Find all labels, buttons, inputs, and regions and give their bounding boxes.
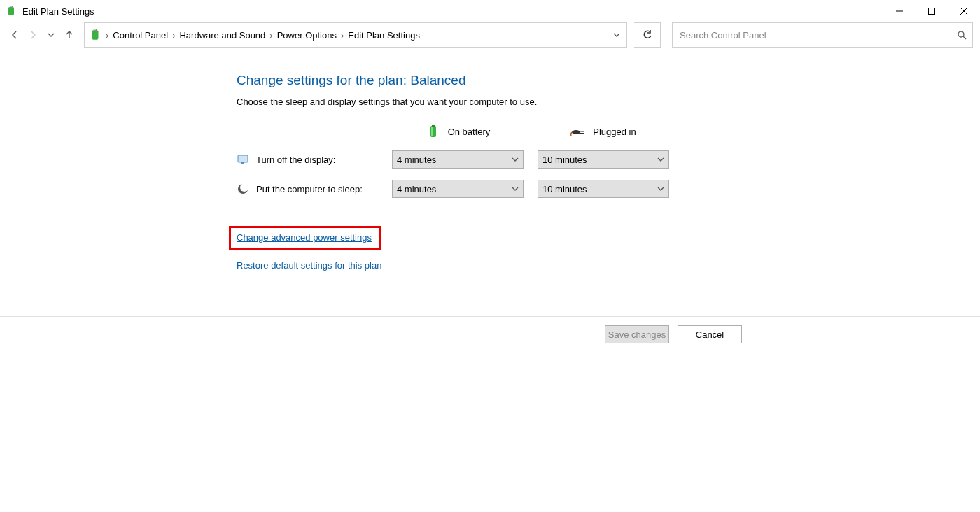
display-plugged-dropdown[interactable]: 10 minutes: [538, 150, 669, 169]
breadcrumb-item[interactable]: Edit Plan Settings: [345, 30, 423, 41]
address-dropdown-button[interactable]: [607, 23, 626, 47]
svg-rect-7: [92, 30, 99, 40]
chevron-right-icon: ›: [268, 30, 274, 41]
dropdown-value: 10 minutes: [542, 184, 587, 194]
svg-rect-17: [579, 133, 584, 134]
svg-rect-0: [8, 7, 14, 15]
main-content: Change settings for the plan: Balanced C…: [0, 48, 980, 271]
on-battery-label: On battery: [448, 127, 491, 137]
close-button[interactable]: [948, 0, 980, 22]
highlight-annotation: Change advanced power settings: [229, 226, 381, 250]
search-box[interactable]: [672, 22, 973, 48]
button-label: Cancel: [696, 329, 724, 340]
dropdown-value: 10 minutes: [542, 155, 587, 165]
svg-rect-4: [929, 8, 935, 15]
search-input[interactable]: [678, 29, 957, 41]
save-changes-button[interactable]: Save changes: [605, 325, 669, 343]
column-headers: On battery Plugged in: [237, 124, 980, 139]
chevron-down-icon: [512, 185, 519, 192]
cancel-button[interactable]: Cancel: [678, 325, 742, 343]
breadcrumb-item[interactable]: Hardware and Sound: [176, 30, 268, 41]
row-label: Turn off the display:: [256, 155, 335, 165]
setting-row-display: Turn off the display: 4 minutes 10 minut…: [237, 150, 980, 169]
chevron-right-icon: ›: [171, 30, 176, 41]
display-battery-dropdown[interactable]: 4 minutes: [392, 150, 524, 169]
page-subtitle: Choose the sleep and display settings th…: [237, 97, 980, 107]
chevron-down-icon: [657, 185, 664, 192]
footer: Save changes Cancel: [0, 316, 980, 352]
up-button[interactable]: [62, 27, 77, 43]
titlebar: Edit Plan Settings: [0, 0, 980, 22]
chevron-down-icon: [657, 156, 664, 163]
breadcrumb-item[interactable]: Control Panel: [110, 30, 171, 41]
recent-locations-button[interactable]: [43, 27, 59, 43]
dropdown-value: 4 minutes: [397, 184, 436, 194]
window-title: Edit Plan Settings: [22, 6, 94, 17]
restore-defaults-link[interactable]: Restore default settings for this plan: [237, 260, 382, 271]
svg-rect-13: [432, 125, 435, 127]
sleep-battery-dropdown[interactable]: 4 minutes: [392, 180, 524, 198]
refresh-button[interactable]: [634, 22, 661, 48]
dropdown-value: 4 minutes: [397, 155, 436, 165]
address-bar[interactable]: › Control Panel › Hardware and Sound › P…: [84, 22, 627, 48]
chevron-down-icon: [512, 156, 519, 163]
display-icon: [237, 153, 249, 166]
setting-row-sleep: Put the computer to sleep: 4 minutes 10 …: [237, 180, 980, 198]
plugged-in-label: Plugged in: [593, 127, 636, 137]
chevron-right-icon: ›: [340, 30, 345, 41]
sleep-plugged-dropdown[interactable]: 10 minutes: [538, 180, 669, 198]
page-title: Change settings for the plan: Balanced: [237, 73, 980, 88]
button-label: Save changes: [608, 329, 666, 340]
svg-rect-9: [96, 29, 97, 31]
svg-rect-16: [579, 131, 584, 132]
svg-rect-1: [10, 6, 11, 8]
battery-icon: [426, 124, 441, 139]
svg-rect-19: [241, 162, 244, 164]
svg-point-10: [958, 31, 964, 37]
power-options-icon: [6, 6, 17, 17]
minimize-button[interactable]: [883, 0, 916, 22]
svg-line-11: [963, 36, 966, 39]
power-options-icon: [89, 29, 102, 41]
svg-rect-18: [238, 155, 248, 162]
advanced-power-settings-link[interactable]: Change advanced power settings: [237, 232, 372, 243]
forward-button[interactable]: [25, 27, 41, 43]
links-section: Change advanced power settings Restore d…: [237, 226, 980, 271]
maximize-button[interactable]: [916, 0, 948, 22]
svg-point-21: [240, 183, 248, 192]
moon-icon: [237, 183, 249, 195]
row-label: Put the computer to sleep:: [256, 184, 363, 194]
search-icon[interactable]: [957, 30, 967, 40]
svg-rect-8: [94, 29, 95, 31]
chevron-right-icon: ›: [104, 30, 110, 41]
svg-rect-14: [431, 127, 433, 136]
nav-row: › Control Panel › Hardware and Sound › P…: [0, 22, 980, 48]
plug-icon: [570, 124, 586, 139]
svg-rect-2: [12, 6, 13, 8]
breadcrumb-item[interactable]: Power Options: [274, 30, 340, 41]
back-button[interactable]: [7, 27, 22, 43]
